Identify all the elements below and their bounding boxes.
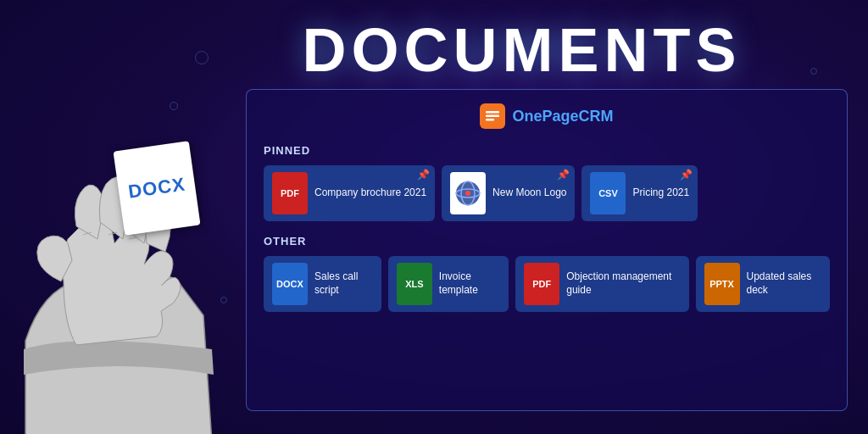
doc-title-invoice: Invoice template [439, 270, 500, 297]
pin-icon-3: 📌 [680, 169, 693, 181]
doc-invoice[interactable]: XLS Invoice template [388, 256, 509, 312]
doc-title-company-brochure: Company brochure 2021 [314, 186, 426, 200]
crm-name-part2: CRM [579, 108, 614, 125]
svg-rect-0 [486, 111, 499, 114]
docx-badge-1: DOCX [272, 263, 308, 305]
doc-title-objection: Objection management guide [566, 270, 680, 297]
doc-sales-deck[interactable]: PPTX Updated sales deck [696, 256, 830, 312]
documents-panel: OnePageCRM PINNED PDF Company brochure 2… [246, 89, 848, 411]
docx-held-card: DOCX [113, 141, 200, 236]
doc-title-pricing: Pricing 2021 [632, 186, 689, 200]
svg-rect-1 [486, 115, 499, 118]
pin-icon-1: 📌 [417, 169, 430, 181]
other-label: OTHER [264, 235, 830, 248]
page-title: DOCUMENTS [303, 15, 742, 85]
deco-circle-1 [195, 51, 209, 64]
pin-icon-2: 📌 [557, 169, 570, 181]
doc-title-sales-call: Sales call script [314, 270, 373, 297]
hand-illustration: DOCX [0, 78, 254, 434]
docx-card-label: DOCX [127, 173, 187, 203]
pinned-row: PDF Company brochure 2021 📌 New Moon Log… [264, 165, 830, 221]
crm-header: OnePageCRM [264, 103, 830, 129]
xls-badge: XLS [397, 263, 432, 305]
pdf-badge-2: PDF [524, 263, 559, 305]
crm-logo-icon [480, 103, 505, 129]
crm-name: OnePageCRM [512, 108, 613, 125]
logo-badge [450, 172, 486, 214]
svg-point-6 [465, 191, 470, 196]
doc-new-moon-logo[interactable]: New Moon Logo 📌 [442, 165, 575, 221]
deco-circle-6 [810, 68, 817, 75]
csv-badge: CSV [590, 172, 626, 214]
doc-company-brochure[interactable]: PDF Company brochure 2021 📌 [264, 165, 435, 221]
svg-rect-2 [486, 119, 494, 121]
doc-title-sales-deck: Updated sales deck [747, 270, 821, 297]
doc-pricing-2021[interactable]: CSV Pricing 2021 📌 [581, 165, 698, 221]
pinned-label: PINNED [264, 144, 830, 157]
other-row: DOCX Sales call script XLS Invoice templ… [264, 256, 830, 312]
pptx-badge: PPTX [704, 263, 740, 305]
doc-title-new-moon: New Moon Logo [492, 186, 566, 200]
doc-sales-call[interactable]: DOCX Sales call script [264, 256, 381, 312]
crm-name-part1: OnePage [512, 108, 578, 125]
pdf-badge-1: PDF [272, 172, 308, 214]
doc-objection[interactable]: PDF Objection management guide [515, 256, 688, 312]
